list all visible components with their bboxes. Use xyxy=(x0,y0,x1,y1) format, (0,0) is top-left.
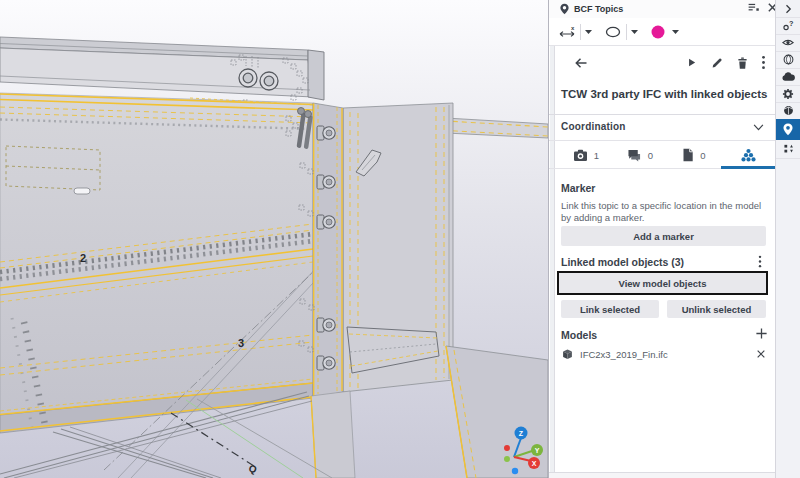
document-count: 0 xyxy=(700,150,705,161)
active-tab-underline xyxy=(721,166,775,169)
coordination-label: Coordination xyxy=(561,121,626,132)
chevron-right-icon xyxy=(782,3,794,15)
snapshot-count: 1 xyxy=(594,150,599,161)
topic-tabs: 1 0 0 xyxy=(559,141,775,169)
axis-x-badge[interactable]: X xyxy=(528,457,540,469)
settings-button[interactable] xyxy=(776,85,800,103)
status-sharing-button[interactable]: ? xyxy=(776,17,800,35)
edit-icon[interactable] xyxy=(710,56,724,70)
markup-color-swatch[interactable] xyxy=(649,23,667,41)
svg-text:x: x xyxy=(571,24,575,30)
cloud-sync-button[interactable] xyxy=(776,68,800,86)
panel-header: BCF Topics xyxy=(549,0,786,19)
delete-icon[interactable] xyxy=(736,56,749,70)
svg-text:?: ? xyxy=(788,19,793,28)
axis-neg-z[interactable] xyxy=(512,468,518,474)
comment-count: 0 xyxy=(648,150,653,161)
tab-linked-objects[interactable] xyxy=(721,141,775,169)
tab-snapshots[interactable]: 1 xyxy=(559,141,613,169)
measure-dropdown-caret[interactable] xyxy=(584,29,593,35)
axis-neg-x[interactable] xyxy=(504,445,510,451)
render-mode-button[interactable] xyxy=(776,102,800,120)
slot-pill xyxy=(74,188,90,194)
chevron-down-icon[interactable] xyxy=(753,124,764,131)
view-model-objects-button[interactable]: View model objects xyxy=(557,271,768,295)
ghost-mode-button[interactable] xyxy=(776,51,800,69)
shape-tool-group xyxy=(603,21,639,43)
markup-toolbar: x xyxy=(549,18,776,46)
color-dropdown-caret[interactable] xyxy=(671,29,680,35)
topic-more-icon[interactable] xyxy=(761,55,766,70)
panel-footer-edge xyxy=(549,472,776,478)
shape-dropdown-caret[interactable] xyxy=(630,29,639,35)
column-below-girder[interactable] xyxy=(311,391,355,478)
bcf-pin-icon xyxy=(781,122,795,137)
right-toolbar: ? xyxy=(775,0,800,478)
models-heading: Models xyxy=(561,329,597,341)
marker-description: Link this topic to a specific location i… xyxy=(561,200,770,225)
link-selected-button[interactable]: Link selected xyxy=(561,300,659,318)
trimble-connect-3d-viewer: 2 3 Q Z Y X xyxy=(0,0,800,478)
comment-icon xyxy=(627,149,642,162)
linked-objects-heading: Linked model objects (3) xyxy=(561,256,684,268)
bcf-topics-panel: BCF Topics x xyxy=(548,0,775,478)
topic-title: TCW 3rd party IFC with linked objects xyxy=(561,88,773,100)
svg-text:Y: Y xyxy=(535,447,540,454)
topic-action-row xyxy=(549,46,776,80)
cloud-icon xyxy=(781,71,795,82)
document-icon xyxy=(682,148,694,162)
faceted-sphere-icon xyxy=(782,104,795,117)
ellipse-markup-icon[interactable] xyxy=(603,23,623,41)
measure-tool-group: x xyxy=(557,21,593,43)
axis-neg-y[interactable] xyxy=(504,456,510,462)
topic-list-icon[interactable] xyxy=(747,1,760,14)
visibility-button[interactable] xyxy=(776,34,800,52)
node-question-icon: ? xyxy=(782,19,795,32)
play-slideshow-icon[interactable] xyxy=(685,56,698,69)
unlink-selected-button[interactable]: Unlink selected xyxy=(667,300,766,318)
add-model-icon[interactable] xyxy=(755,327,768,340)
linked-objects-more-icon[interactable] xyxy=(758,255,762,268)
divider xyxy=(626,24,627,40)
panel-title: BCF Topics xyxy=(574,4,623,14)
measure-x-icon[interactable]: x xyxy=(557,23,577,41)
apps-grid-icon xyxy=(782,142,795,155)
divider xyxy=(580,24,581,40)
marker-heading: Marker xyxy=(561,182,595,194)
tab-documents[interactable]: 0 xyxy=(667,141,721,169)
tab-comments[interactable]: 0 xyxy=(613,141,667,169)
part-label-2: 2 xyxy=(80,252,86,264)
axis-z-badge[interactable]: Z xyxy=(515,427,528,440)
model-cube-icon xyxy=(561,348,574,361)
bcf-topics-icon xyxy=(559,3,570,15)
add-marker-button[interactable]: Add a marker xyxy=(561,226,766,246)
bcf-topics-button-active[interactable] xyxy=(776,119,800,140)
svg-text:Z: Z xyxy=(519,430,524,437)
model-list-item[interactable]: IFC2x3_2019_Fin.ifc xyxy=(561,346,766,362)
part-label-3: 3 xyxy=(238,337,244,349)
axis-y-badge[interactable]: Y xyxy=(531,444,543,456)
eye-icon xyxy=(781,37,795,49)
gear-icon xyxy=(781,87,795,101)
collapse-panel-button[interactable] xyxy=(776,0,800,18)
svg-text:X: X xyxy=(532,460,537,467)
model-viewport[interactable]: 2 3 Q Z Y X xyxy=(0,0,548,478)
more-tools-button[interactable] xyxy=(776,139,800,159)
wire-sphere-icon xyxy=(782,53,795,66)
camera-icon xyxy=(573,149,588,162)
linked-objects-icon xyxy=(740,148,757,163)
color-tool-group xyxy=(649,21,680,43)
back-icon[interactable] xyxy=(573,55,589,71)
model-name: IFC2x3_2019_Fin.ifc xyxy=(580,349,750,360)
coordination-section-header[interactable]: Coordination xyxy=(549,115,776,141)
remove-model-icon[interactable] xyxy=(756,349,766,359)
